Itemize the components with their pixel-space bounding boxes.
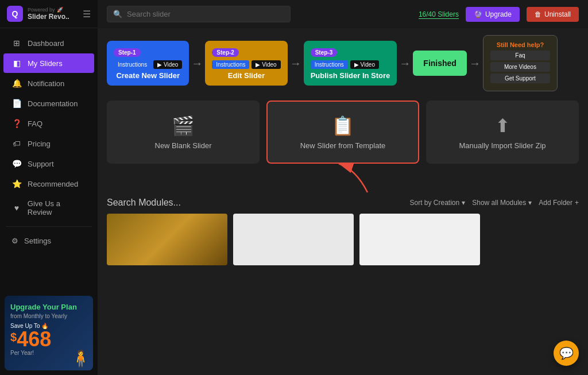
template-label: New Slider from Template bbox=[300, 141, 386, 150]
new-template-slider-card[interactable]: 📋 New Slider from Template bbox=[266, 100, 419, 164]
step2-arrow: → bbox=[290, 57, 301, 70]
step1-badge: Step-1 bbox=[114, 48, 141, 57]
red-arrow-svg bbox=[310, 158, 425, 198]
search-bar[interactable]: 🔍 bbox=[107, 6, 291, 22]
new-blank-label: New Blank Slider bbox=[155, 141, 212, 150]
show-all-modules-button[interactable]: Show all Modules ▾ bbox=[472, 199, 532, 207]
step2-buttons: Instructions ▶ Video bbox=[212, 60, 280, 69]
sort-by-creation-button[interactable]: Sort by Creation ▾ bbox=[410, 199, 466, 207]
help-box: Still Need help? Faq More Videos Get Sup… bbox=[483, 35, 558, 91]
sidebar-item-recommended[interactable]: ⭐ Recommended bbox=[3, 174, 94, 194]
bottom-section: Search Modules... Sort by Creation ▾ Sho… bbox=[98, 198, 588, 265]
sidebar-item-documentation[interactable]: 📄 Documentation bbox=[3, 94, 94, 113]
import-icon: ⬆ bbox=[495, 115, 510, 137]
faq-help-btn[interactable]: Faq bbox=[490, 51, 550, 60]
arrow-area bbox=[98, 164, 588, 195]
review-icon: ♥ bbox=[11, 203, 22, 212]
upgrade-title: Upgrade Your Plan bbox=[10, 303, 87, 312]
sidebar-item-my-sliders[interactable]: ◧ My Sliders bbox=[3, 53, 94, 73]
upgrade-banner[interactable]: Upgrade Your Plan from Monthly to Yearly… bbox=[5, 296, 93, 370]
chat-button[interactable]: 💬 bbox=[554, 341, 579, 366]
upgrade-icon: 🔮 bbox=[474, 10, 482, 18]
step1-label: Create New Slider bbox=[114, 71, 182, 80]
settings-icon: ⚙ bbox=[11, 237, 18, 245]
trash-icon: 🗑 bbox=[535, 10, 541, 18]
modules-title: Search Modules... bbox=[107, 198, 181, 208]
step2-label: Edit Slider bbox=[212, 71, 280, 80]
step-1-box: Step-1 Instructions ▶ Video Create New S… bbox=[107, 41, 189, 86]
chat-icon: 💬 bbox=[559, 346, 574, 360]
sidebar-logo: Q Powered by 🚀 Slider Revo.. ☰ bbox=[0, 0, 98, 28]
logo-icon: Q bbox=[7, 6, 23, 22]
recommended-icon: ⭐ bbox=[11, 179, 22, 188]
logo-text-area: Powered by 🚀 Slider Revo.. bbox=[28, 7, 78, 21]
slider-thumb-1[interactable] bbox=[107, 214, 227, 265]
step3-badge: Step-3 bbox=[311, 48, 338, 57]
step-2-box: Step-2 Instructions ▶ Video Edit Slider bbox=[205, 41, 287, 86]
search-icon: 🔍 bbox=[113, 10, 122, 18]
step3-buttons: Instructions ▶ Video bbox=[311, 60, 390, 69]
sidebar-item-settings[interactable]: ⚙ Settings bbox=[3, 231, 94, 250]
slider-thumbs bbox=[107, 214, 579, 265]
step-3-box: Step-3 Instructions ▶ Video Publish Slid… bbox=[304, 41, 397, 86]
step3-video-btn[interactable]: ▶ Video bbox=[350, 60, 379, 69]
step3-arrow: → bbox=[399, 57, 411, 70]
steps-section: Step-1 Instructions ▶ Video Create New S… bbox=[98, 28, 588, 96]
pricing-icon: 🏷 bbox=[11, 139, 22, 148]
sliders-icon: ◧ bbox=[11, 59, 22, 68]
sidebar-item-dashboard[interactable]: ⊞ Dashboard bbox=[3, 33, 94, 53]
get-support-btn[interactable]: Get Support bbox=[490, 74, 550, 83]
slider-thumb-3[interactable] bbox=[359, 214, 480, 265]
add-folder-button[interactable]: Add Folder + bbox=[539, 199, 579, 207]
step2-badge: Step-2 bbox=[212, 48, 239, 57]
sidebar-item-give-review[interactable]: ♥ Give Us a Review bbox=[3, 194, 94, 222]
upgrade-figure-icon: 🧍 bbox=[71, 349, 91, 368]
more-videos-btn[interactable]: More Videos bbox=[490, 62, 550, 72]
support-icon: 💬 bbox=[11, 159, 22, 168]
step3-instructions-btn[interactable]: Instructions bbox=[311, 60, 348, 69]
modules-header: Search Modules... Sort by Creation ▾ Sho… bbox=[107, 198, 579, 208]
modules-controls: Sort by Creation ▾ Show all Modules ▾ Ad… bbox=[410, 199, 579, 207]
header: 🔍 16/40 Sliders 🔮 Upgrade 🗑 Uninstall bbox=[98, 0, 588, 28]
step2-video-btn[interactable]: ▶ Video bbox=[252, 60, 280, 69]
step1-arrow: → bbox=[191, 57, 203, 70]
slider-count: 16/40 Sliders bbox=[419, 10, 459, 18]
new-blank-icon: 🎬 bbox=[172, 115, 195, 137]
step1-buttons: Instructions ▶ Video bbox=[114, 60, 182, 69]
main-content: 🔍 16/40 Sliders 🔮 Upgrade 🗑 Uninstall St… bbox=[98, 0, 588, 375]
help-title: Still Need help? bbox=[490, 41, 550, 48]
sidebar-item-notification[interactable]: 🔔 Notification bbox=[3, 74, 94, 93]
import-zip-card[interactable]: ⬆ Manually Import Slider Zip bbox=[426, 100, 579, 164]
documentation-icon: 📄 bbox=[11, 99, 22, 108]
slider-thumb-2[interactable] bbox=[233, 214, 354, 265]
import-label: Manually Import Slider Zip bbox=[459, 141, 546, 150]
upgrade-subtitle: from Monthly to Yearly bbox=[10, 313, 87, 319]
faq-icon: ❓ bbox=[11, 119, 22, 128]
dashboard-icon: ⊞ bbox=[11, 38, 22, 48]
step1-instructions-btn[interactable]: Instructions bbox=[114, 60, 151, 69]
action-cards-row: 🎬 New Blank Slider 📋 New Slider from Tem… bbox=[98, 96, 588, 164]
step3-label: Publish Slider In Store bbox=[311, 71, 390, 80]
template-icon: 📋 bbox=[331, 115, 354, 137]
header-right: 16/40 Sliders 🔮 Upgrade 🗑 Uninstall bbox=[419, 7, 579, 22]
logo-powered: Powered by 🚀 bbox=[28, 7, 78, 13]
sidebar-item-support[interactable]: 💬 Support bbox=[3, 154, 94, 173]
sidebar-nav: ⊞ Dashboard ◧ My Sliders 🔔 Notification … bbox=[0, 28, 98, 291]
finished-button[interactable]: Finished bbox=[413, 51, 467, 76]
search-input[interactable] bbox=[127, 10, 284, 18]
upgrade-button[interactable]: 🔮 Upgrade bbox=[466, 7, 520, 22]
step1-video-btn[interactable]: ▶ Video bbox=[153, 60, 182, 69]
logo-name: Slider Revo.. bbox=[28, 13, 78, 21]
new-blank-slider-card[interactable]: 🎬 New Blank Slider bbox=[107, 100, 260, 164]
steps-row: Step-1 Instructions ▶ Video Create New S… bbox=[107, 35, 579, 91]
step2-instructions-btn[interactable]: Instructions bbox=[212, 60, 249, 69]
uninstall-button[interactable]: 🗑 Uninstall bbox=[527, 7, 579, 22]
notification-icon: 🔔 bbox=[11, 79, 22, 88]
sidebar-item-pricing[interactable]: 🏷 Pricing bbox=[3, 134, 94, 153]
hamburger-icon[interactable]: ☰ bbox=[83, 9, 91, 20]
upgrade-price: $468 bbox=[10, 329, 87, 350]
sidebar-item-faq[interactable]: ❓ FAQ bbox=[3, 114, 94, 133]
finished-arrow: → bbox=[469, 57, 481, 70]
sidebar: Q Powered by 🚀 Slider Revo.. ☰ ⊞ Dashboa… bbox=[0, 0, 98, 375]
